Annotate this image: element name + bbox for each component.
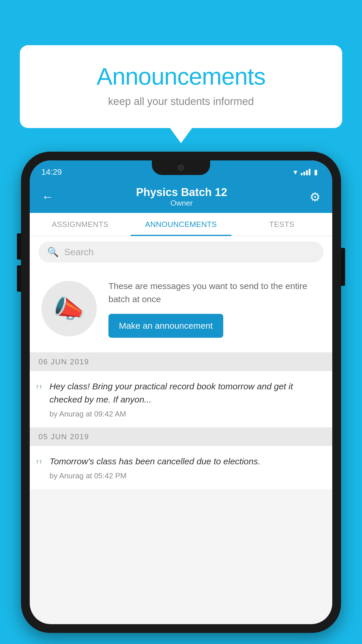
header-title-block: Physics Batch 12 Owner: [136, 186, 227, 208]
quote-icon-1: ": [36, 382, 43, 399]
megaphone-circle: 📣: [41, 281, 97, 336]
date-label-2: 05 JUN 2019: [38, 432, 89, 441]
date-separator-1: 06 JUN 2019: [30, 353, 332, 371]
announcement-text-1: Hey class! Bring your practical record b…: [50, 380, 324, 406]
announcements-subtitle: keep all your students informed: [43, 95, 319, 108]
announcements-title: Announcements: [43, 63, 319, 90]
phone-outer: 14:29 ▾ ▮ ← Physics Batch 12: [21, 152, 341, 633]
phone-notch: [152, 160, 210, 175]
search-bar[interactable]: 🔍 Search: [38, 242, 324, 262]
app-header: ← Physics Batch 12 Owner ⚙: [30, 181, 332, 213]
signal-bar-4: [309, 169, 310, 175]
date-label-1: 06 JUN 2019: [38, 357, 89, 366]
announcement-content-1: Hey class! Bring your practical record b…: [50, 380, 324, 419]
search-placeholder: Search: [64, 247, 94, 258]
announcement-meta-1: by Anurag at 09:42 AM: [50, 410, 324, 419]
side-button-vol-down: [17, 265, 21, 292]
signal-bars: [301, 169, 310, 175]
announcement-item-2[interactable]: " Tomorrow's class has been cancelled du…: [30, 446, 332, 489]
search-icon: 🔍: [47, 246, 59, 258]
make-announcement-button[interactable]: Make an announcement: [108, 314, 223, 338]
phone-mockup: 14:29 ▾ ▮ ← Physics Batch 12: [21, 152, 341, 633]
speech-bubble-section: Announcements keep all your students inf…: [20, 45, 342, 128]
announcement-text-2: Tomorrow's class has been cancelled due …: [50, 455, 324, 468]
announcement-prompt: 📣 These are messages you want to send to…: [30, 268, 332, 353]
tab-announcements[interactable]: ANNOUNCEMENTS: [131, 213, 231, 236]
status-icons: ▾ ▮: [294, 168, 318, 177]
date-separator-2: 05 JUN 2019: [30, 428, 332, 446]
battery-icon: ▮: [314, 168, 318, 176]
announcement-meta-2: by Anurag at 05:42 PM: [50, 471, 324, 480]
back-button[interactable]: ←: [41, 190, 54, 204]
megaphone-icon: 📣: [53, 293, 85, 324]
batch-title: Physics Batch 12: [136, 186, 227, 199]
batch-role: Owner: [136, 199, 227, 208]
signal-bar-3: [306, 170, 308, 175]
signal-bar-2: [303, 172, 305, 175]
search-container: 🔍 Search: [30, 236, 332, 268]
tab-assignments[interactable]: ASSIGNMENTS: [30, 213, 131, 236]
side-button-vol-up: [17, 233, 21, 260]
signal-bar-1: [301, 173, 303, 175]
announcement-description: These are messages you want to send to t…: [108, 279, 321, 306]
tabs-bar: ASSIGNMENTS ANNOUNCEMENTS TESTS: [30, 213, 332, 236]
status-time: 14:29: [41, 167, 62, 177]
side-button-power: [341, 248, 345, 286]
wifi-icon: ▾: [294, 168, 297, 177]
speech-bubble-card: Announcements keep all your students inf…: [20, 45, 342, 128]
phone-screen: 14:29 ▾ ▮ ← Physics Batch 12: [30, 160, 332, 624]
announcement-item-1[interactable]: " Hey class! Bring your practical record…: [30, 371, 332, 428]
quote-icon-2: ": [36, 457, 43, 474]
settings-icon[interactable]: ⚙: [310, 190, 321, 204]
camera-notch: [178, 164, 184, 171]
tab-tests[interactable]: TESTS: [231, 213, 332, 236]
announcement-right: These are messages you want to send to t…: [108, 279, 321, 338]
announcement-content-2: Tomorrow's class has been cancelled due …: [50, 455, 324, 480]
